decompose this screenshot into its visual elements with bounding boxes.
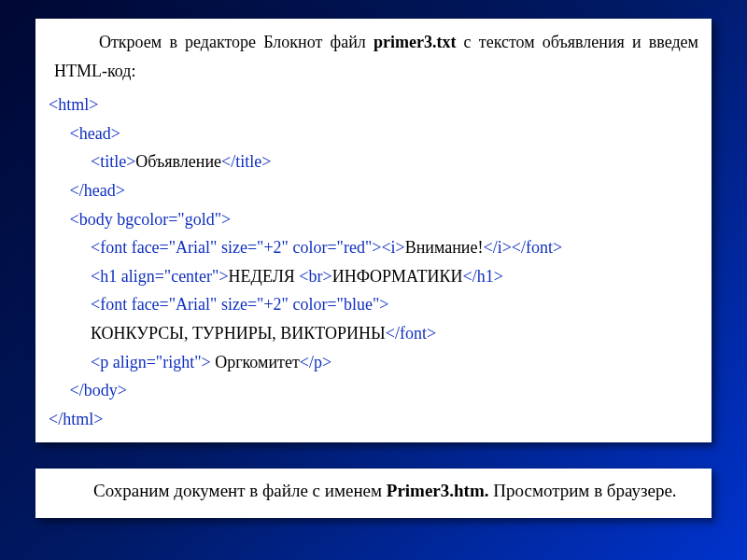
code-line: <body bgcolor="gold">	[49, 205, 698, 234]
footer-text: Сохраним документ в файле с именем Prime…	[49, 478, 698, 505]
code-tag: <body bgcolor="gold">	[70, 210, 232, 229]
code-tag: <font face="Arial" size="+2" color="red"…	[91, 238, 405, 257]
footer-filename: Primer3.htm.	[387, 481, 489, 500]
code-tag: </font>	[386, 324, 436, 343]
intro-text: Откроем в редакторе Блокнот файл primer3…	[49, 28, 698, 85]
code-tag: </h1>	[463, 267, 503, 286]
code-line: <head>	[49, 119, 698, 148]
code-tag: <html>	[49, 95, 98, 114]
footer-card: Сохраним документ в файле с именем Prime…	[35, 469, 712, 518]
code-tag: </p>	[300, 353, 331, 371]
code-tag: <font face="Arial" size="+2" color="blue…	[91, 295, 388, 314]
code-text: ИНФОРМАТИКИ	[332, 267, 463, 286]
code-tag: </head>	[70, 181, 125, 200]
footer-part2: Просмотрим в браузере.	[489, 481, 677, 500]
code-line: КОНКУРСЫ, ТУРНИРЫ, ВИКТОРИНЫ</font>	[49, 319, 698, 348]
code-tag: <p align="right">	[91, 353, 211, 371]
code-line: <font face="Arial" size="+2" color="blue…	[49, 290, 698, 319]
main-card: Откроем в редакторе Блокнот файл primer3…	[35, 19, 712, 442]
code-text: Объявление	[135, 152, 221, 171]
code-tag: </i></font>	[483, 238, 562, 257]
code-line: <font face="Arial" size="+2" color="red"…	[49, 233, 698, 262]
code-tag: <head>	[70, 124, 120, 143]
code-tag: </body>	[70, 381, 127, 399]
code-line: <h1 align="center">НЕДЕЛЯ <br>ИНФОРМАТИК…	[49, 262, 698, 291]
code-tag: <title>	[91, 152, 135, 171]
code-text: НЕДЕЛЯ	[229, 267, 300, 286]
code-line: </head>	[49, 176, 698, 205]
code-text: КОНКУРСЫ, ТУРНИРЫ, ВИКТОРИНЫ	[91, 324, 386, 343]
code-line: <html>	[49, 91, 698, 119]
code-text: Оргкомитет	[211, 353, 300, 371]
intro-part1: Откроем в редакторе Блокнот файл	[99, 33, 374, 51]
code-line: <p align="right"> Оргкомитет</p>	[49, 348, 698, 377]
code-block: <html> <head> <title>Объявление</title> …	[49, 91, 698, 433]
code-line: <title>Объявление</title>	[49, 147, 698, 176]
code-tag: </title>	[221, 152, 271, 171]
code-tag: <br>	[299, 267, 331, 286]
code-tag: <h1 align="center">	[91, 267, 229, 286]
code-line: </html>	[49, 405, 698, 434]
intro-filename: primer3.txt	[374, 33, 456, 51]
footer-part1: Сохраним документ в файле с именем	[93, 481, 387, 500]
code-line: </body>	[49, 376, 698, 405]
code-text: Внимание!	[405, 238, 484, 257]
code-tag: </html>	[49, 410, 103, 428]
